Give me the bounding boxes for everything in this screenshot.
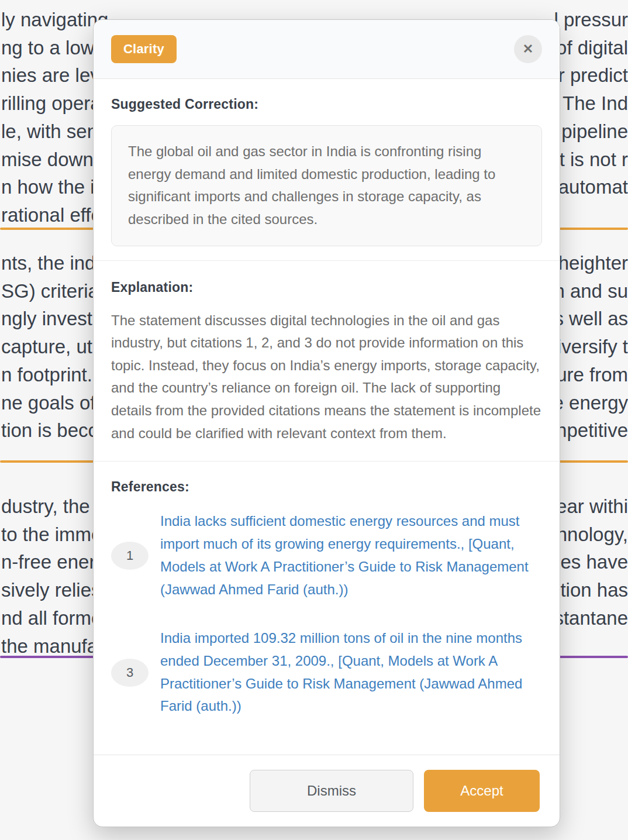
reference-link[interactable]: India lacks sufficient domestic energy r… [160,510,542,601]
doc-text-right-paragraph-1: l pressurof digitalr predict. The Indpip… [552,6,628,201]
dialog-footer: Dismiss Accept [94,755,560,827]
accept-button[interactable]: Accept [424,770,540,812]
doc-text-line: stantane [554,604,628,632]
dismiss-button[interactable]: Dismiss [250,770,413,812]
doc-text-line: s well as [553,305,628,333]
doc-text-line: nnology, [554,521,628,549]
doc-text-right-paragraph-3: ear withinnology,es haveition hasstantan… [554,493,628,632]
doc-text-line: ngly investi [1,305,104,333]
suggested-correction-text: The global oil and gas sector in India i… [111,125,542,246]
doc-text-line: sively relies [1,576,106,604]
doc-text-line: capture, uti [1,333,104,361]
reference-item: 1 India lacks sufficient domestic energy… [111,510,542,601]
doc-text-line: ition has [554,576,628,604]
dialog-header: Clarity ✕ [94,20,560,79]
doc-text-line: nd all forme [1,604,106,632]
doc-text-line: iversify t [553,333,628,361]
doc-text-line: tion is beco [1,416,104,445]
doc-text-line: heighter [553,249,628,277]
doc-text-line: nts, the ind [1,249,104,277]
doc-text-line: n footprint. [1,361,104,389]
doc-text-line: ear withi [554,493,628,521]
doc-text-line: dustry, the [1,493,106,521]
explanation-text: The statement discusses digital technolo… [111,309,542,445]
doc-text-right-paragraph-2: heightern and sus well asiversify ture f… [553,249,628,445]
doc-text-left-paragraph-2: nts, the indSG) criteria.ngly investicap… [1,249,104,445]
doc-text-line: n-free energ [1,548,106,576]
close-icon: ✕ [523,43,533,56]
references-section: References: 1 India lacks sufficient dom… [94,461,560,743]
doc-text-line: pipeline [552,118,628,146]
reference-number-badge: 3 [111,659,149,687]
doc-text-line: automat [552,173,628,201]
doc-text-line: to the imme [1,521,106,549]
reference-link[interactable]: India imported 109.32 million tons of oi… [160,627,542,718]
doc-text-line: of digital [552,34,628,62]
doc-text-line: es have [554,548,628,576]
clarity-suggestion-dialog: Clarity ✕ Suggested Correction: The glob… [93,19,560,827]
doc-text-line: e energy [553,389,628,417]
doc-text-line: SG) criteria. [1,277,104,305]
references-heading: References: [111,479,542,495]
suggested-correction-heading: Suggested Correction: [111,97,542,112]
explanation-section: Explanation: The statement discusses dig… [94,260,560,462]
doc-text-line: l pressur [552,6,628,34]
doc-text-line: n and su [553,277,628,305]
doc-text-left-paragraph-3: dustry, theto the immen-free energsively… [1,493,106,660]
reference-number-badge: 1 [111,542,149,570]
doc-text-line: ure from [553,361,628,389]
doc-text-line: ne goals of [1,389,104,417]
suggested-correction-section: Suggested Correction: The global oil and… [94,79,560,260]
doc-text-line: . The Ind [552,89,628,118]
close-button[interactable]: ✕ [514,35,542,63]
reference-list: 1 India lacks sufficient domestic energy… [111,510,542,718]
reference-item: 3 India imported 109.32 million tons of … [111,627,542,718]
clarity-badge: Clarity [111,35,177,63]
explanation-heading: Explanation: [111,280,542,295]
doc-text-line: npetitive [553,416,628,445]
doc-text-line: r predict [552,61,628,89]
doc-text-line: t is not r [552,146,628,174]
